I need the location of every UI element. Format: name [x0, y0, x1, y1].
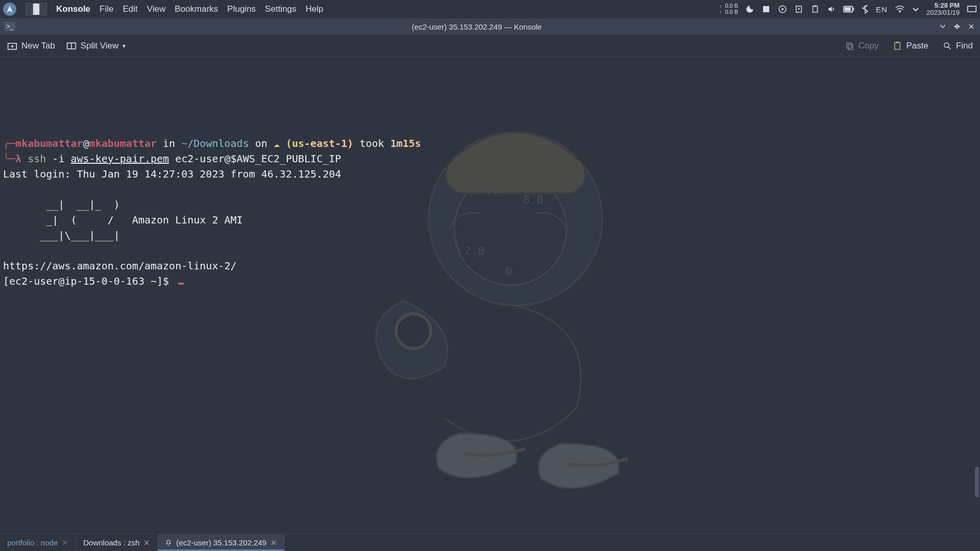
svg-rect-16	[896, 41, 899, 43]
prompt-path: ~/Downloads	[181, 137, 249, 149]
svg-rect-4	[814, 6, 817, 7]
svg-rect-9	[968, 6, 976, 12]
new-tab-icon	[7, 41, 17, 51]
window-title: (ec2-user) 35.153.202.249 — Konsole	[20, 22, 933, 31]
menu-file[interactable]: File	[100, 4, 113, 14]
cloud-icon: ☁	[274, 137, 286, 149]
updates-icon[interactable]	[794, 5, 803, 14]
app-logo-icon[interactable]	[3, 3, 16, 16]
bluetooth-icon[interactable]	[862, 5, 869, 14]
app-name: Konsole	[56, 4, 90, 14]
night-color-icon[interactable]	[745, 5, 754, 14]
terminal-content: ╭─mkabumattar@mkabumattar in ~/Downloads…	[3, 120, 977, 304]
session-icon[interactable]: >_	[4, 22, 15, 31]
tab-label: portfolio : node	[7, 538, 58, 547]
svg-line-18	[948, 47, 951, 49]
tab-close-icon[interactable]: ✕	[62, 538, 68, 547]
terminal-view[interactable]: BOOST 6.0 8.0 2.0 0 ╭─m	[0, 57, 980, 534]
cmd-rest: ec2-user@$AWS_EC2_PUBLIC_IP	[169, 153, 341, 165]
svg-rect-15	[895, 42, 900, 49]
svg-point-8	[899, 12, 901, 13]
tab-downloads[interactable]: Downloads : zsh ✕	[76, 534, 158, 551]
prompt-on: on	[249, 137, 274, 149]
new-tab-label: New Tab	[21, 41, 55, 51]
tab-portfolio[interactable]: portfolio : node ✕	[0, 534, 76, 551]
terminal-scrollbar[interactable]	[975, 467, 979, 497]
close-button[interactable]	[967, 22, 976, 31]
copy-label: Copy	[859, 41, 879, 51]
clipboard-icon[interactable]	[811, 5, 820, 14]
split-view-button[interactable]: Split View ▾	[66, 41, 126, 51]
split-view-label: Split View	[81, 41, 118, 51]
clock-time: 5:28 PM	[926, 2, 960, 9]
tab-label: Downloads : zsh	[83, 538, 139, 547]
session-tabbar: portfolio : node ✕ Downloads : zsh ✕ (ec…	[0, 534, 980, 551]
last-login-line: Last login: Thu Jan 19 14:27:03 2023 fro…	[3, 168, 341, 180]
keyboard-layout-indicator[interactable]: EN	[876, 5, 888, 14]
prompt-at: @	[83, 137, 89, 149]
prompt-region: (us-east-1)	[286, 137, 353, 149]
svg-rect-0	[763, 6, 769, 12]
find-icon	[943, 41, 952, 51]
window-titlebar[interactable]: >_ (ec2-user) 35.153.202.249 — Konsole	[0, 18, 980, 35]
tab-label: (ec2-user) 35.153.202.249	[176, 538, 266, 547]
tray-netspeed[interactable]: ↑↓ 0.0 B 0.0 B	[719, 3, 738, 15]
find-label: Find	[956, 41, 973, 51]
svg-point-26	[396, 314, 431, 348]
menu-edit[interactable]: Edit	[122, 4, 137, 14]
prompt-in: in	[157, 137, 181, 149]
clock[interactable]: 5:28 PM 2023/01/19	[926, 2, 960, 17]
menu-help[interactable]: Help	[306, 4, 324, 14]
svg-point-17	[944, 43, 949, 47]
svg-rect-7	[853, 8, 854, 11]
ascii-art-line-2: _| ( / Amazon Linux 2 AMI	[3, 214, 243, 226]
aws-url-line: https://aws.amazon.com/amazon-linux-2/	[3, 260, 237, 272]
menu-view[interactable]: View	[147, 4, 166, 14]
ascii-art-line-1: __| __|_ )	[3, 198, 120, 211]
volume-icon[interactable]	[827, 5, 836, 14]
cmd-flags: -i	[46, 153, 70, 165]
svg-rect-3	[813, 6, 818, 12]
prompt-duration: 1m15s	[390, 137, 421, 149]
ascii-art-line-3: ___|\___|___|	[3, 229, 120, 241]
ec2-prompt: [ec2-user@ip-15-0-0-163 ~]$	[3, 275, 175, 287]
new-tab-button[interactable]: New Tab	[7, 41, 55, 51]
activity-switcher[interactable]	[26, 3, 47, 15]
minimize-button[interactable]	[938, 22, 947, 31]
tray-square-icon[interactable]	[762, 5, 771, 14]
prompt-took: took	[353, 137, 390, 149]
terminal-cursor	[178, 283, 184, 285]
find-button[interactable]: Find	[943, 41, 973, 51]
tab-ec2-user[interactable]: (ec2-user) 35.153.202.249 ✕	[158, 534, 285, 551]
expand-tray-icon[interactable]	[912, 6, 919, 13]
paste-icon	[893, 41, 902, 51]
svg-rect-6	[845, 7, 851, 11]
split-view-icon	[66, 41, 77, 51]
copy-icon	[845, 41, 854, 51]
svg-rect-13	[847, 43, 851, 48]
wifi-icon[interactable]	[895, 5, 905, 13]
cmd-ssh: ssh	[28, 153, 46, 165]
media-play-icon[interactable]	[778, 5, 787, 14]
svg-rect-14	[848, 44, 853, 50]
bell-icon	[165, 539, 172, 546]
menu-bookmarks[interactable]: Bookmarks	[175, 4, 218, 14]
menu-plugins[interactable]: Plugins	[227, 4, 256, 14]
show-desktop-icon[interactable]	[967, 5, 977, 13]
cmd-keyfile: aws-key-pair.pem	[70, 153, 169, 165]
clock-date: 2023/01/19	[926, 9, 960, 16]
menu-settings[interactable]: Settings	[265, 4, 296, 14]
prompt-user: mkabumattar	[15, 137, 83, 149]
chevron-down-icon: ▾	[122, 42, 126, 49]
prompt-lambda: λ	[15, 153, 28, 165]
copy-button[interactable]: Copy	[845, 41, 879, 51]
tab-close-icon[interactable]: ✕	[143, 538, 150, 547]
net-down-value: 0.0 B	[725, 9, 738, 15]
system-menubar: Konsole File Edit View Bookmarks Plugins…	[0, 0, 980, 18]
battery-icon[interactable]	[843, 6, 854, 13]
paste-label: Paste	[906, 41, 928, 51]
paste-button[interactable]: Paste	[893, 41, 928, 51]
maximize-button[interactable]	[952, 22, 962, 31]
tab-close-icon[interactable]: ✕	[271, 538, 277, 547]
toolbar: New Tab Split View ▾ Copy Paste Find	[0, 35, 980, 57]
